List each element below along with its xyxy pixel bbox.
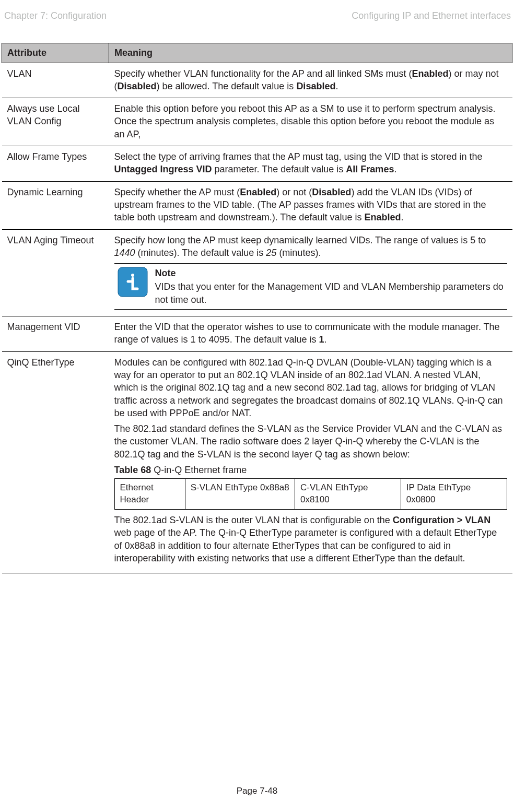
meaning-cell-qinq: Modules can be configured with 802.1ad Q… — [109, 351, 512, 573]
header-right: Configuring IP and Ethernet interfaces — [352, 9, 511, 22]
table-row: Always use Local VLAN Config Enable this… — [2, 98, 512, 146]
table-row: Management VID Enter the VID that the op… — [2, 316, 512, 352]
meaning-cell-allow-frame: Select the type of arriving frames that … — [109, 146, 512, 182]
qinq-para-1: Modules can be configured with 802.1ad Q… — [114, 356, 507, 419]
table-row: Allow Frame Types Select the type of arr… — [2, 146, 512, 182]
table-header-row: Attribute Meaning — [2, 43, 512, 63]
table-row: VLAN Aging Timeout Specify how long the … — [2, 229, 512, 316]
note-box: Note VIDs that you enter for the Managem… — [114, 263, 507, 310]
meaning-cell-vlan: Specify whether VLAN functionality for t… — [109, 63, 512, 98]
table-row: Dynamic Learning Specify whether the AP … — [2, 181, 512, 229]
col-header-meaning: Meaning — [109, 43, 512, 63]
attr-cell-vlan: VLAN — [2, 63, 109, 98]
sub-table-row: Ethernet Header S-VLAN EthType 0x88a8 C-… — [114, 479, 507, 510]
page-footer: Page 7-48 — [0, 785, 514, 797]
table-row: VLAN Specify whether VLAN functionality … — [2, 63, 512, 98]
note-body: VIDs that you enter for the Management V… — [155, 281, 504, 304]
qinq-sub-table: Ethernet Header S-VLAN EthType 0x88a8 C-… — [114, 478, 507, 510]
note-label: Note — [155, 267, 504, 279]
qinq-para-2: The 802.1ad standard defines the S-VLAN … — [114, 422, 507, 461]
sub-cell-ethernet-header: Ethernet Header — [114, 479, 185, 510]
attr-cell-dynamic: Dynamic Learning — [2, 181, 109, 229]
meaning-cell-dynamic: Specify whether the AP must (Enabled) or… — [109, 181, 512, 229]
note-text: Note VIDs that you enter for the Managem… — [155, 267, 504, 306]
attribute-table: Attribute Meaning VLAN Specify whether V… — [2, 43, 512, 573]
meaning-cell-mgmt-vid: Enter the VID that the operator wishes t… — [109, 316, 512, 352]
note-icon — [118, 267, 148, 297]
page-header: Chapter 7: Configuration Configuring IP … — [0, 9, 514, 43]
sub-cell-ip-data: IP Data EthType 0x0800 — [401, 479, 507, 510]
attr-cell-qinq: QinQ EtherType — [2, 351, 109, 573]
meaning-cell-always-local: Enable this option before you reboot thi… — [109, 98, 512, 146]
qinq-para-3: The 802.1ad S-VLAN is the outer VLAN tha… — [114, 514, 507, 564]
attr-cell-aging: VLAN Aging Timeout — [2, 229, 109, 316]
table-row: QinQ EtherType Modules can be configured… — [2, 351, 512, 573]
sub-table-caption: Table 68 Q-in-Q Ethernet frame — [114, 464, 507, 476]
main-content: Attribute Meaning VLAN Specify whether V… — [0, 43, 514, 573]
svg-point-1 — [131, 274, 134, 277]
col-header-attribute: Attribute — [2, 43, 109, 63]
attr-cell-mgmt-vid: Management VID — [2, 316, 109, 352]
meaning-cell-aging: Specify how long the AP must keep dynami… — [109, 229, 512, 316]
attr-cell-allow-frame: Allow Frame Types — [2, 146, 109, 182]
attr-cell-always-local: Always use Local VLAN Config — [2, 98, 109, 146]
sub-cell-svlan: S-VLAN EthType 0x88a8 — [185, 479, 295, 510]
header-left: Chapter 7: Configuration — [4, 9, 107, 22]
sub-cell-cvlan: C-VLAN EthType 0x8100 — [295, 479, 401, 510]
